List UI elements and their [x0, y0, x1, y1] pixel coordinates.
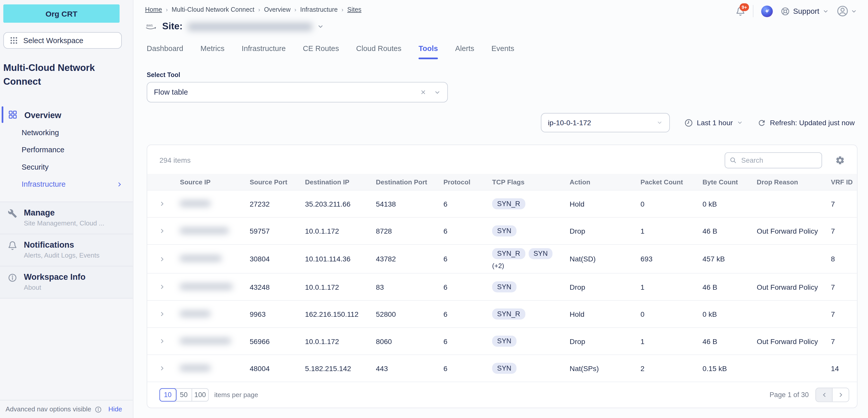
wrench-icon: [8, 209, 17, 227]
cell-packet-count: 693: [641, 251, 703, 267]
table-row[interactable]: 48004 5.182.215.142 443 6 SYN Nat(SPs) 2…: [147, 355, 857, 382]
clock-icon: [684, 118, 693, 127]
column-header-tcp-flags: TCP Flags: [492, 175, 570, 189]
time-range-value: Last 1 hour: [697, 119, 733, 127]
tab-infrastructure[interactable]: Infrastructure: [242, 44, 286, 59]
table-row[interactable]: 27232 35.203.211.66 54138 6 SYN_R Hold 0…: [147, 190, 857, 217]
table-search[interactable]: [725, 152, 822, 168]
tab-tools[interactable]: Tools: [418, 44, 438, 59]
page-size-10-button[interactable]: 10: [160, 389, 176, 401]
sidebar-item-workspace-info[interactable]: Workspace Info About: [0, 266, 133, 298]
tab-ce-routes[interactable]: CE Routes: [303, 44, 339, 59]
cell-source-port: 56966: [250, 334, 305, 349]
table-row[interactable]: 43248 10.0.1.172 83 6 SYN Drop 1 46 B Ou…: [147, 273, 857, 300]
tab-events[interactable]: Events: [492, 44, 515, 59]
notifications-bell-button[interactable]: 9+: [736, 6, 745, 16]
advanced-nav-footer: Advanced nav options visible Hide: [0, 400, 133, 418]
search-icon: [730, 157, 737, 164]
org-banner[interactable]: Org CRT: [3, 4, 120, 23]
cell-byte-count: 46 B: [703, 223, 757, 238]
page-size-100-button[interactable]: 100: [192, 389, 208, 401]
page-info: Page 1 of 30: [770, 391, 809, 399]
refresh-icon: [757, 118, 766, 127]
sidebar-item-notifications[interactable]: Notifications Alerts, Audit Logs, Events: [0, 234, 133, 266]
cell-destination-ip: 10.101.114.36: [305, 251, 376, 267]
cell-byte-count: 46 B: [703, 279, 757, 295]
breadcrumb-item[interactable]: Home: [145, 6, 162, 13]
row-expand-chevron-icon[interactable]: [147, 224, 180, 237]
table-row[interactable]: 9963 162.216.150.112 52800 6 SYN_R Hold …: [147, 300, 857, 327]
prev-page-button[interactable]: [816, 388, 833, 401]
table-row[interactable]: 59757 10.0.1.172 8728 6 SYN Drop 1 46 B …: [147, 217, 857, 244]
row-expand-chevron-icon[interactable]: [147, 197, 180, 210]
hide-advanced-nav-link[interactable]: Hide: [108, 406, 122, 413]
cell-packet-count: 1: [641, 223, 703, 238]
row-expand-chevron-icon[interactable]: [147, 307, 180, 321]
next-page-button[interactable]: [833, 388, 849, 401]
bell-icon: [8, 241, 17, 259]
cell-destination-port: 52800: [376, 306, 443, 322]
cell-drop-reason: Out Forward Policy: [757, 223, 831, 238]
user-menu[interactable]: [836, 5, 857, 17]
column-header-destination-ip: Destination IP: [305, 175, 376, 189]
page-size-50-button[interactable]: 50: [176, 389, 192, 401]
node-select-dropdown[interactable]: ip-10-0-1-172: [541, 113, 670, 132]
tab-cloud-routes[interactable]: Cloud Routes: [356, 44, 402, 59]
table-toolbar: 294 items: [147, 145, 857, 174]
sidebar-item-overview-label: Overview: [25, 110, 61, 119]
sidebar-item-overview[interactable]: Overview: [0, 105, 133, 124]
column-header-drop-reason: Drop Reason: [757, 175, 831, 189]
chevron-down-icon[interactable]: [317, 23, 324, 30]
breadcrumb-item[interactable]: Multi-Cloud Network Connect: [172, 6, 254, 13]
cell-destination-ip: 10.0.1.172: [305, 223, 376, 238]
select-workspace-button[interactable]: Select Workspace: [3, 32, 122, 49]
breadcrumb-item[interactable]: Sites: [347, 6, 362, 13]
life-ring-icon: [780, 6, 790, 16]
refresh-control[interactable]: Refresh: Updated just now: [757, 118, 855, 127]
cell-vrf-id: 7: [831, 306, 857, 322]
tcp-flags-more[interactable]: (+2): [492, 262, 566, 270]
flow-table-body: 27232 35.203.211.66 54138 6 SYN_R Hold 0…: [147, 190, 857, 382]
chevron-down-icon[interactable]: [434, 89, 441, 96]
row-expand-chevron-icon[interactable]: [147, 362, 180, 375]
cell-destination-ip: 10.0.1.172: [305, 279, 376, 295]
tab-dashboard[interactable]: Dashboard: [147, 44, 183, 59]
cell-drop-reason: Out Forward Policy: [757, 279, 831, 295]
row-expand-chevron-icon[interactable]: [147, 335, 180, 348]
sidebar-item-security[interactable]: Security: [0, 158, 133, 176]
sidebar-item-networking[interactable]: Networking: [0, 124, 133, 141]
tab-alerts[interactable]: Alerts: [455, 44, 474, 59]
clear-selection-icon[interactable]: [420, 89, 426, 95]
cell-vrf-id: 14: [831, 361, 857, 376]
tcp-flag-badge: SYN: [492, 281, 517, 292]
cell-destination-ip: 5.182.215.142: [305, 361, 376, 376]
sidebar-item-notifications-label: Notifications: [24, 240, 99, 249]
sidebar-item-workspace-info-label: Workspace Info: [24, 272, 85, 281]
items-count: 294 items: [159, 156, 190, 165]
breadcrumb-item[interactable]: Infrastructure: [300, 6, 338, 13]
table-settings-gear-icon[interactable]: [835, 156, 845, 165]
ai-assistant-button[interactable]: [761, 5, 773, 17]
items-per-page-label: items per page: [214, 391, 258, 399]
breadcrumb-item[interactable]: Overview: [264, 6, 290, 13]
tab-metrics[interactable]: Metrics: [200, 44, 224, 59]
search-input[interactable]: [740, 156, 803, 165]
sidebar-item-infrastructure[interactable]: Infrastructure: [0, 176, 133, 192]
sidebar-item-performance[interactable]: Performance: [0, 141, 133, 158]
cell-source-port: 59757: [250, 223, 305, 238]
time-range-picker[interactable]: Last 1 hour: [684, 118, 743, 127]
cell-byte-count: 46 B: [703, 334, 757, 349]
row-expand-chevron-icon[interactable]: [147, 252, 180, 266]
tool-select-dropdown[interactable]: Flow table: [147, 82, 447, 102]
sidebar-item-manage[interactable]: Manage Site Management, Cloud ...: [0, 202, 133, 234]
support-label: Support: [793, 7, 819, 15]
table-row[interactable]: 30804 10.101.114.36 43782 6 SYN_RSYN(+2)…: [147, 244, 857, 273]
cell-drop-reason: [757, 310, 831, 317]
table-row[interactable]: 56966 10.0.1.172 8060 6 SYN Drop 1 46 B …: [147, 327, 857, 354]
cell-destination-port: 54138: [376, 197, 443, 211]
support-menu[interactable]: Support: [780, 6, 829, 16]
cell-packet-count: 0: [641, 306, 703, 322]
row-expand-chevron-icon[interactable]: [147, 280, 180, 294]
avatar-icon: [836, 5, 849, 17]
cell-destination-port: 8060: [376, 334, 443, 349]
